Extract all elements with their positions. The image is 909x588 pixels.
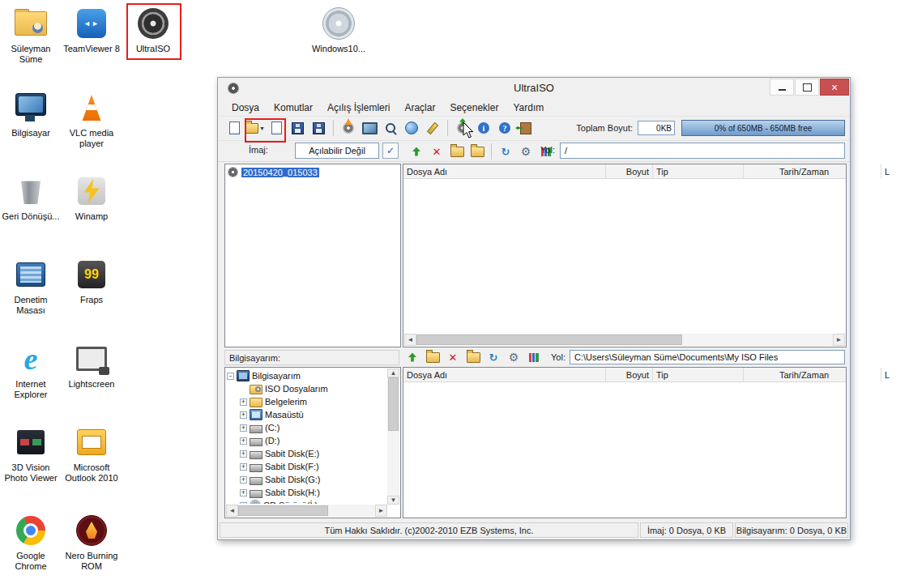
tree-expander[interactable] [240, 386, 247, 393]
tree-item[interactable]: + (D:) [227, 434, 386, 447]
tree-item[interactable]: + Belgelerim [227, 395, 386, 408]
desktop-icon-bilgisayar[interactable]: Bilgisayar [2, 89, 60, 138]
folder-view-icon[interactable] [463, 347, 483, 367]
tree-item[interactable]: - Bilgisayarım [227, 369, 386, 382]
bootable-dropdown[interactable]: Açılabilir Değil [295, 143, 379, 159]
tree-expander[interactable]: + [240, 424, 247, 432]
desktop-icon-ultraiso[interactable]: UltraISO [124, 5, 182, 54]
refresh-icon[interactable]: ↻ [496, 142, 515, 161]
new-folder-icon[interactable] [447, 142, 467, 161]
exit-icon[interactable] [516, 118, 536, 138]
tree-expander[interactable]: + [240, 463, 247, 471]
title-bar[interactable]: UltraISO × [218, 78, 850, 99]
desktop-icon-outlook[interactable]: Microsoft Outlook 2010 [62, 424, 121, 484]
horizontal-scrollbar[interactable]: ◄ ► [404, 334, 845, 346]
menu-item[interactable]: Araçlar [397, 100, 442, 115]
column-header[interactable]: Tarih/Zaman [744, 164, 881, 178]
refresh-icon[interactable]: ↻ [484, 347, 503, 367]
tree-item[interactable]: + Sabit Disk(E:) [227, 447, 386, 460]
save-icon[interactable] [288, 118, 307, 138]
vertical-scrollbar[interactable]: ▲ ▼ [387, 369, 399, 505]
desktop-icon-teamviewer[interactable]: TeamViewer 8 [62, 5, 121, 54]
scrollbar-thumb[interactable] [238, 505, 328, 516]
column-header[interactable]: Dosya Adı [403, 368, 606, 381]
tree-item[interactable]: + (C:) [227, 421, 386, 434]
close-button[interactable]: × [820, 79, 849, 96]
desktop-icon-geri-donusum[interactable]: Geri Dönüşü... [2, 173, 60, 222]
up-folder-icon[interactable] [403, 347, 422, 367]
scroll-down-icon[interactable]: ▼ [387, 496, 399, 505]
edit-pen-icon[interactable] [423, 118, 442, 138]
tree-expander[interactable]: + [240, 476, 247, 484]
desktop-icon-3d-vision[interactable]: 3D Vision Photo Viewer [2, 424, 60, 484]
tree-item[interactable]: + Sabit Disk(F:) [227, 460, 386, 473]
search-icon[interactable] [381, 118, 400, 138]
column-header[interactable]: Tarih/Zaman [744, 368, 881, 381]
tree-expander[interactable]: + [240, 437, 247, 445]
convert-icon[interactable] [267, 118, 286, 138]
scroll-left-icon[interactable]: ◄ [226, 505, 238, 517]
tree-expander[interactable]: + [240, 398, 247, 406]
folder-view-icon[interactable] [467, 142, 487, 161]
horizontal-scrollbar[interactable]: ◄ ► [226, 505, 387, 517]
tree-item[interactable]: + Sabit Disk(H:) [227, 486, 386, 499]
image-tree-selected-item[interactable]: 20150420_015033 [225, 164, 400, 180]
help-icon[interactable]: ? [495, 118, 514, 138]
scrollbar-thumb[interactable] [416, 334, 682, 345]
new-folder-icon[interactable] [423, 347, 442, 367]
column-header[interactable]: Boyut [606, 368, 653, 381]
scroll-right-icon[interactable]: ► [375, 505, 387, 517]
tree-item[interactable]: + CD Sürücü(İ:) [227, 499, 386, 504]
desktop-icon-suleyman-sume[interactable]: Süleyman Süme [2, 5, 60, 65]
save-as-icon[interactable] [309, 118, 328, 138]
chart-icon[interactable] [524, 347, 544, 367]
scroll-right-icon[interactable]: ► [833, 334, 845, 346]
bootable-check-button[interactable]: ✓ [382, 143, 399, 159]
burn-cd-icon[interactable] [339, 118, 358, 138]
desktop-icon-windows10-iso[interactable]: Windows10... [309, 5, 368, 54]
desktop-icon-chrome[interactable]: Google Chrome [2, 512, 60, 572]
delete-icon[interactable]: ✕ [443, 347, 463, 367]
desktop-icon-nero[interactable]: Nero Burning ROM [62, 512, 121, 572]
local-path-field[interactable]: C:\Users\Süleyman Süme\Documents\My ISO … [570, 350, 845, 364]
tree-item[interactable]: + Masaüstü [227, 408, 386, 421]
tree-expander[interactable]: + [240, 411, 247, 419]
tree-expander[interactable]: + [240, 489, 247, 496]
extract-up-icon[interactable] [407, 142, 426, 161]
desktop-icon-winamp[interactable]: Winamp [62, 173, 121, 222]
new-image-icon[interactable] [224, 118, 244, 138]
gear-icon[interactable]: ⚙ [504, 347, 523, 367]
tree-expander[interactable]: - [227, 373, 234, 380]
column-header[interactable]: Tip [653, 164, 744, 178]
info-icon[interactable]: i [474, 118, 493, 138]
make-cd-image-icon[interactable] [453, 118, 472, 138]
column-header[interactable]: L [881, 164, 890, 178]
menu-item[interactable]: Açılış İşlemleri [320, 100, 397, 115]
open-folder-icon[interactable]: ▼ [245, 118, 265, 138]
menu-item[interactable]: Seçenekler [442, 100, 506, 115]
column-header[interactable]: L [881, 368, 890, 381]
desktop-icon-fraps[interactable]: 99 Fraps [62, 256, 121, 305]
minimize-button[interactable] [770, 79, 794, 96]
column-header[interactable]: Tip [653, 368, 744, 381]
image-path-field[interactable]: / [560, 143, 845, 159]
menu-item[interactable]: Yardım [506, 100, 551, 115]
column-header[interactable]: Boyut [606, 164, 653, 178]
maximize-button[interactable] [795, 79, 819, 96]
delete-icon[interactable]: ✕ [427, 142, 446, 161]
menu-item[interactable]: Dosya [224, 100, 267, 115]
desktop-icon-vlc[interactable]: VLC media player [62, 89, 121, 149]
desktop-icon-internet-explorer[interactable]: e Internet Explorer [2, 340, 60, 400]
monitor-icon[interactable] [360, 118, 379, 138]
scrollbar-thumb[interactable] [388, 377, 399, 431]
tree-expander[interactable]: + [240, 450, 247, 458]
tree-item[interactable]: + Sabit Disk(G:) [227, 473, 386, 486]
desktop-icon-denetim-masasi[interactable]: Denetim Masası [2, 256, 60, 316]
scroll-left-icon[interactable]: ◄ [404, 334, 416, 346]
column-header[interactable]: Dosya Adı [403, 164, 606, 178]
globe-icon[interactable] [402, 118, 421, 138]
gear-icon[interactable]: ⚙ [516, 142, 536, 161]
menu-item[interactable]: Komutlar [267, 100, 320, 115]
scroll-up-icon[interactable]: ▲ [387, 369, 399, 377]
tree-item[interactable]: ISO Dosyalarım [227, 382, 386, 395]
